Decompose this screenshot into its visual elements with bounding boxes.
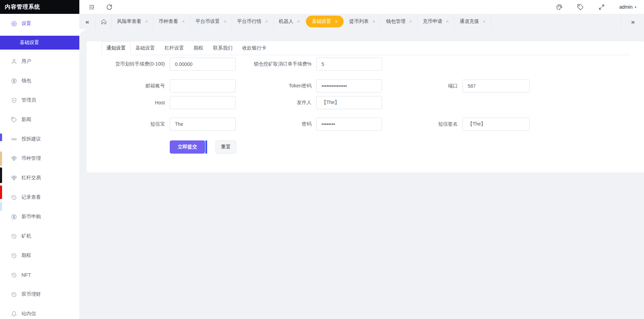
username: admin — [619, 4, 633, 10]
nav-tab-deposit-request[interactable]: 充币申请 × — [418, 14, 455, 29]
user-menu[interactable]: admin ▾ — [619, 4, 636, 10]
app-title: 内容管理系统 — [0, 0, 79, 14]
nav-tab-platform-coin-settings[interactable]: 平台币设置 × — [190, 14, 232, 29]
nav-tab-label: 基础设置 — [312, 18, 331, 25]
transfer-fee-input[interactable] — [170, 58, 236, 71]
sidebar-item-label: 站内信 — [21, 311, 36, 317]
port-input[interactable] — [462, 79, 530, 93]
reset-button[interactable]: 重置 — [215, 140, 236, 154]
sidebar-item-options[interactable]: 期权 — [0, 246, 79, 265]
tab-label: 期权 — [194, 45, 203, 51]
sidebar-item-wallet[interactable]: 钱包 — [0, 71, 79, 90]
sidebar-item-records[interactable]: 记录查看 — [0, 188, 79, 207]
close-icon[interactable]: × — [483, 19, 486, 24]
sidebar-item-new-coin-subscription[interactable]: 新币申购 — [0, 207, 79, 226]
edge-color-block — [0, 186, 2, 199]
sidebar-item-site-message[interactable]: 站内信 — [0, 304, 79, 319]
close-icon[interactable]: × — [223, 19, 226, 24]
host-input[interactable] — [170, 96, 236, 109]
close-icon[interactable]: × — [372, 19, 375, 24]
nav-tab-channel-recharge[interactable]: 通道充值 × — [455, 14, 491, 29]
sender-input[interactable] — [316, 96, 382, 109]
tab-label: 杠杆设置 — [165, 45, 184, 51]
sidebar-item-label: 用户 — [21, 58, 31, 64]
tab-basic-settings[interactable]: 基础设置 — [131, 41, 160, 55]
password-label: 密码 — [236, 121, 316, 127]
nav-tab-platform-coin-market[interactable]: 平台币行情 × — [232, 14, 274, 29]
sidebar-item-nft[interactable]: NFT — [0, 265, 79, 285]
tab-leverage-settings[interactable]: 杠杆设置 — [160, 41, 189, 55]
sms-signature-input[interactable] — [462, 118, 530, 131]
sms-signature-label: 短信签名 — [382, 121, 462, 127]
sidebar-item-settings[interactable]: 设置 — [0, 17, 79, 31]
main-region: admin ▾ « 风险率查看 × 币种查看 × 平台币设置 × 平台币行情 × — [79, 0, 644, 319]
coin-icon — [11, 78, 17, 84]
nav-tab-label: 钱包管理 — [386, 18, 405, 25]
tab-label: 通知设置 — [106, 45, 126, 51]
sms-bao-label: 短信宝 — [87, 121, 170, 127]
nav-tab-robot[interactable]: 机器人 × — [274, 14, 306, 29]
user-icon — [11, 59, 17, 64]
token-password-input[interactable] — [316, 79, 382, 93]
sidebar-item-label: 设置 — [21, 20, 31, 27]
close-icon[interactable]: × — [182, 19, 185, 24]
nav-tab-risk-rate[interactable]: 风险率查看 × — [112, 14, 153, 29]
host-label: Host — [87, 100, 170, 105]
history-icon — [11, 233, 17, 239]
fullscreen-icon[interactable] — [598, 4, 605, 10]
sidebar-item-label: 矿机 — [21, 233, 31, 239]
nav-tab-withdraw-list[interactable]: 提币列表 × — [344, 14, 381, 29]
sidebar-item-news[interactable]: 新闻 — [0, 110, 79, 129]
nav-tab-label: 机器人 — [279, 18, 293, 25]
sms-bao-input[interactable] — [170, 118, 236, 131]
tabs-more-button[interactable]: » — [621, 14, 644, 29]
form-actions: 立即提交 重置 — [170, 140, 644, 154]
close-icon[interactable]: × — [409, 19, 412, 24]
email-account-input[interactable] — [170, 79, 236, 93]
submit-button[interactable]: 立即提交 — [170, 140, 205, 154]
close-icon[interactable]: × — [265, 19, 268, 24]
content-area: 通知设置 基础设置 杠杆设置 期权 联系我们 收款银行卡 货币划转手续费(0-1… — [79, 29, 644, 319]
nav-tab-label: 币种查看 — [159, 18, 178, 25]
tag-icon[interactable] — [577, 4, 584, 10]
sidebar-item-leverage-trading[interactable]: 杠杆交易 — [0, 168, 79, 188]
nav-tab-label: 风险率查看 — [117, 18, 141, 25]
close-icon[interactable]: × — [446, 19, 449, 24]
sidebar-item-coin-management[interactable]: 币种管理 — [0, 149, 79, 168]
tabs-scroll-left-button[interactable]: « — [79, 14, 96, 29]
sidebar-collapse-icon[interactable] — [88, 4, 95, 10]
nav-tab-basic-settings-active[interactable]: 基础设置 × — [306, 16, 344, 27]
nav-tab-label: 平台币设置 — [195, 18, 220, 25]
tab-notification-settings[interactable]: 通知设置 — [102, 41, 131, 55]
close-icon[interactable]: × — [145, 19, 148, 24]
notification-settings-form: 货币划转手续费(0-100) 锁仓挖矿取消订单手续费% 邮箱账号 Token密码… — [87, 58, 644, 154]
mining-cancel-fee-label: 锁仓挖矿取消订单手续费% — [236, 61, 316, 67]
close-icon[interactable]: × — [335, 19, 338, 24]
home-tab[interactable] — [96, 14, 112, 29]
nav-tab-coin-view[interactable]: 币种查看 × — [153, 14, 190, 29]
sidebar-item-admins[interactable]: 管理员 — [0, 90, 79, 110]
sidebar-item-label: NFT — [21, 272, 31, 278]
sidebar-item-label: 管理员 — [21, 97, 36, 103]
sidebar-item-label: 币种管理 — [21, 155, 41, 162]
password-input[interactable] — [316, 118, 382, 131]
sidebar-item-dual-currency[interactable]: 双币理财 — [0, 285, 79, 304]
tab-receiving-bank-card[interactable]: 收款银行卡 — [237, 41, 271, 55]
sidebar-item-users[interactable]: 用户 — [0, 52, 79, 71]
mining-cancel-fee-input[interactable] — [316, 58, 382, 71]
tab-options[interactable]: 期权 — [189, 41, 208, 55]
refresh-icon[interactable] — [106, 4, 113, 10]
nav-tab-wallet-management[interactable]: 钱包管理 × — [381, 14, 417, 29]
theme-palette-icon[interactable] — [556, 4, 563, 10]
sidebar-item-label: 新币申购 — [21, 214, 41, 220]
sidebar-item-label: 期权 — [21, 252, 31, 259]
sidebar-menu: 设置 基础设置 用户 钱包 管理员 新闻 投拆建议 币种管理 — [0, 14, 79, 319]
chevrons-right-icon: » — [631, 18, 635, 25]
token-password-label: Token密码 — [236, 83, 316, 89]
sidebar-item-feedback[interactable]: 投拆建议 — [0, 129, 79, 149]
tab-contact-us[interactable]: 联系我们 — [208, 41, 237, 55]
close-icon[interactable]: × — [297, 19, 300, 24]
chevrons-left-icon: « — [86, 18, 89, 25]
sidebar-item-mining-machine[interactable]: 矿机 — [0, 226, 79, 246]
sidebar-subitem-basic-settings[interactable]: 基础设置 — [0, 36, 79, 50]
